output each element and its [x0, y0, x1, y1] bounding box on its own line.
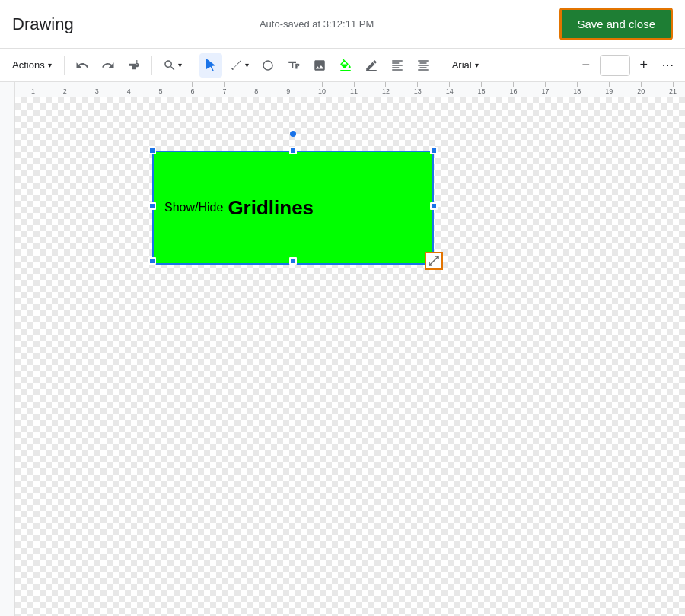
zoom-button[interactable]: ▾ [158, 53, 186, 78]
redo-button[interactable] [97, 53, 119, 78]
fill-icon [339, 59, 352, 72]
ruler-corner [0, 82, 15, 97]
align-icon [416, 59, 430, 72]
autosave-status: Auto-saved at 3:12:11 PM [74, 18, 560, 30]
handle-mid-right[interactable] [430, 202, 438, 210]
handle-bot-left[interactable] [148, 257, 156, 265]
actions-chevron-icon: ▾ [48, 61, 52, 69]
separator-3 [193, 56, 193, 75]
select-button[interactable] [199, 53, 222, 78]
ruler-top-tick-2: 2 [63, 82, 67, 95]
resize-cursor-indicator[interactable] [425, 252, 443, 270]
actions-menu[interactable]: Actions ▾ [6, 56, 58, 74]
ruler-top-tick-20: 20 [637, 82, 645, 95]
resize-icon [428, 255, 440, 267]
handle-top-right[interactable] [430, 147, 438, 154]
more-options-button[interactable]: ··· [658, 53, 679, 78]
svg-rect-2 [366, 70, 377, 71]
ruler-top-ticks: 123456789101112131415161718192021 [15, 82, 685, 97]
zoom-minus-button[interactable]: − [575, 53, 597, 78]
image-icon [313, 59, 327, 72]
ruler-top-tick-13: 13 [414, 82, 422, 95]
shape-icon [261, 59, 275, 72]
ruler-top-tick-18: 18 [573, 82, 581, 95]
align-left-icon [390, 59, 404, 72]
ruler-top-tick-19: 19 [605, 82, 613, 95]
ruler-top-tick-5: 5 [159, 82, 163, 95]
textbox-button[interactable] [282, 53, 305, 78]
redo-icon [101, 59, 115, 72]
handle-top-left[interactable] [148, 147, 156, 154]
zoom-chevron-icon: ▾ [178, 61, 182, 69]
image-button[interactable] [308, 53, 331, 78]
ruler-top-tick-7: 7 [222, 82, 226, 95]
separator-4 [441, 56, 441, 75]
line-chevron-icon: ▾ [245, 61, 249, 69]
canvas-container: Show/Hide Gridlines [0, 97, 685, 616]
left-ruler [0, 97, 15, 616]
ruler-top-tick-6: 6 [190, 82, 194, 95]
ruler-top-tick-21: 21 [669, 82, 677, 95]
ruler-top-tick-15: 15 [478, 82, 486, 95]
zoom-icon [163, 59, 177, 72]
line-icon [230, 59, 244, 72]
align-left-button[interactable] [386, 53, 409, 78]
font-selector[interactable]: Arial ▾ [448, 53, 483, 78]
handle-mid-left[interactable] [148, 202, 156, 210]
undo-icon [75, 59, 89, 72]
ruler-top-tick-1: 1 [31, 82, 35, 95]
font-chevron-icon: ▾ [475, 61, 479, 69]
ruler-top-tick-16: 16 [510, 82, 518, 95]
ruler-top-tick-4: 4 [127, 82, 131, 95]
selected-shape-wrapper[interactable]: Show/Hide Gridlines [145, 143, 441, 268]
svg-rect-1 [340, 70, 351, 71]
font-name-label: Arial [452, 59, 472, 71]
handle-bot-mid[interactable] [289, 257, 297, 265]
header: Drawing Auto-saved at 3:12:11 PM Save an… [0, 0, 685, 49]
ruler-top-tick-17: 17 [541, 82, 549, 95]
top-connector-handle[interactable] [290, 131, 296, 137]
zoom-controls: − + [575, 53, 655, 78]
ruler-top-tick-12: 12 [382, 82, 390, 95]
line-color-icon [365, 59, 378, 72]
fill-color-button[interactable] [334, 53, 357, 78]
ruler-top-tick-3: 3 [95, 82, 99, 95]
actions-label: Actions [12, 59, 45, 71]
undo-button[interactable] [71, 53, 94, 78]
paint-format-icon [127, 59, 141, 72]
toolbar: Actions ▾ ▾ ▾ [0, 49, 685, 82]
handle-top-mid[interactable] [289, 147, 297, 154]
paint-format-button[interactable] [123, 53, 145, 78]
green-rectangle[interactable] [152, 151, 434, 265]
separator-1 [64, 56, 65, 75]
zoom-input[interactable] [600, 55, 630, 76]
line-button[interactable]: ▾ [225, 53, 253, 78]
select-icon [204, 59, 218, 72]
ruler-top-tick-10: 10 [318, 82, 326, 95]
ruler-top-tick-14: 14 [446, 82, 454, 95]
app-title: Drawing [12, 14, 74, 34]
ruler-top-tick-8: 8 [254, 82, 258, 95]
shape-button[interactable] [256, 53, 279, 78]
align-button[interactable] [412, 53, 435, 78]
ruler-top-tick-11: 11 [350, 82, 358, 95]
line-color-button[interactable] [360, 53, 383, 78]
textbox-icon [287, 59, 301, 72]
drawing-canvas[interactable]: Show/Hide Gridlines [15, 97, 685, 616]
save-and-close-button[interactable]: Save and close [559, 8, 673, 40]
top-ruler: 123456789101112131415161718192021 [0, 82, 685, 97]
separator-2 [151, 56, 152, 75]
ruler-top-tick-9: 9 [286, 82, 290, 95]
zoom-plus-button[interactable]: + [633, 53, 655, 78]
svg-point-0 [263, 61, 272, 70]
